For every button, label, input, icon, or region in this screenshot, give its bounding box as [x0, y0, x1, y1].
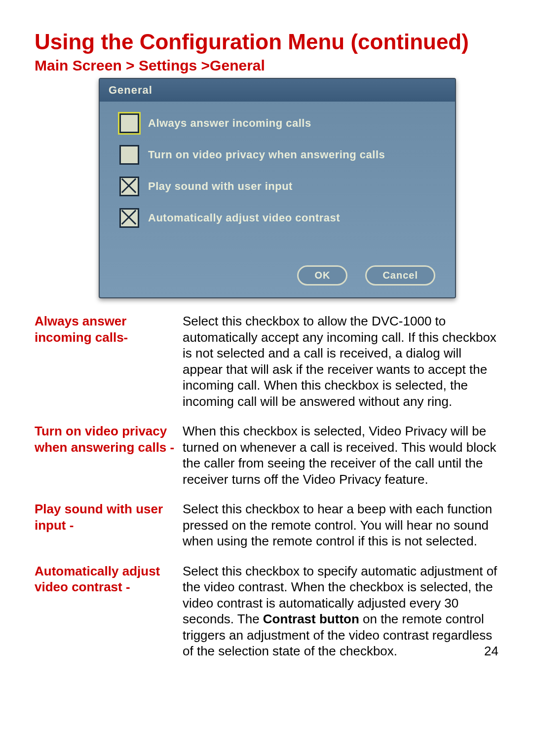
general-settings-dialog: General Always answer incoming calls Tur… — [99, 78, 456, 298]
page-number: 24 — [464, 643, 498, 659]
ok-button[interactable]: OK — [297, 265, 347, 286]
checkbox-row-always-answer[interactable]: Always answer incoming calls — [119, 113, 437, 133]
checkbox-label: Play sound with user input — [148, 180, 293, 193]
desc-key-auto-contrast: Automatically adjust video contrast - — [35, 563, 183, 595]
checkbox-icon[interactable] — [119, 145, 139, 165]
checkbox-icon[interactable] — [119, 177, 139, 196]
checkbox-label: Turn on video privacy when answering cal… — [148, 148, 385, 161]
checkbox-row-auto-contrast[interactable]: Automatically adjust video contrast — [119, 208, 437, 228]
checkbox-icon[interactable] — [119, 208, 139, 228]
desc-key-video-privacy: Turn on video privacy when answering cal… — [35, 423, 183, 455]
checkbox-label: Automatically adjust video contrast — [148, 212, 340, 224]
dialog-title: General — [100, 79, 455, 102]
desc-val-auto-contrast: Select this checkbox to specify automati… — [183, 563, 498, 659]
page-title: Using the Configuration Menu (continued) — [35, 30, 498, 54]
checkbox-label: Always answer incoming calls — [148, 117, 311, 130]
desc-bold: Contrast button — [263, 612, 359, 626]
desc-val-play-sound: Select this checkbox to hear a beep with… — [183, 501, 498, 549]
desc-key-always-answer: Always answer incoming calls- — [35, 313, 183, 345]
checkbox-icon[interactable] — [119, 113, 139, 133]
cancel-button[interactable]: Cancel — [365, 265, 435, 286]
breadcrumb: Main Screen > Settings >General — [35, 57, 498, 74]
desc-val-video-privacy: When this checkbox is selected, Video Pr… — [183, 423, 498, 487]
checkbox-row-video-privacy[interactable]: Turn on video privacy when answering cal… — [119, 145, 437, 165]
desc-val-always-answer: Select this checkbox to allow the DVC-10… — [183, 313, 498, 409]
checkbox-row-play-sound[interactable]: Play sound with user input — [119, 177, 437, 196]
desc-key-play-sound: Play sound with user input - — [35, 501, 183, 533]
